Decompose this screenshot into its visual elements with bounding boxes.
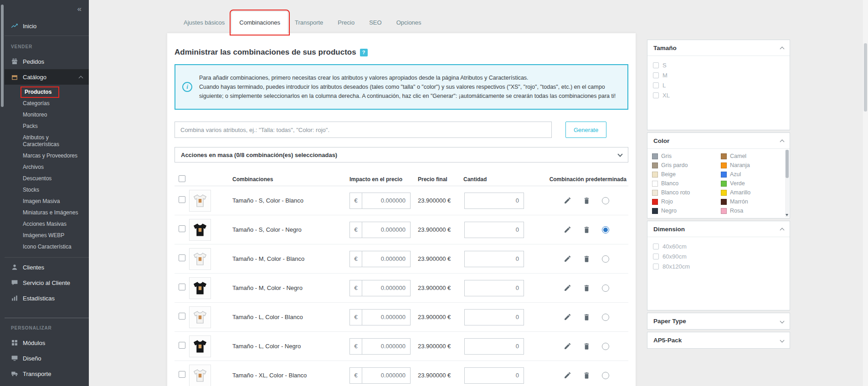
- color-option-azul[interactable]: Azul: [721, 170, 781, 179]
- price-impact-input[interactable]: [362, 280, 411, 296]
- attribute-option-l[interactable]: L: [653, 80, 784, 90]
- attribute-group-header[interactable]: Paper Type: [647, 313, 790, 329]
- quantity-input[interactable]: [464, 280, 524, 296]
- edit-button[interactable]: [564, 313, 572, 321]
- sidebar-item-monitoreo[interactable]: Monitoreo: [5, 109, 89, 121]
- sidebar-item-estadisticas[interactable]: Estadísticas: [5, 290, 89, 306]
- color-option-gris[interactable]: Gris: [652, 152, 720, 161]
- sidebar-item-atributos[interactable]: Atributos y Características: [5, 132, 89, 150]
- row-checkbox[interactable]: [179, 284, 185, 290]
- quantity-input[interactable]: [464, 309, 524, 325]
- attribute-group-header[interactable]: Tamaño: [647, 40, 790, 56]
- checkbox[interactable]: [653, 82, 659, 88]
- color-option-marron[interactable]: Marrón: [721, 197, 781, 206]
- default-combination-radio[interactable]: [602, 284, 609, 292]
- default-combination-radio[interactable]: [602, 255, 609, 263]
- sidebar-item-archivos[interactable]: Archivos: [5, 162, 89, 173]
- delete-button[interactable]: [583, 284, 591, 292]
- row-checkbox[interactable]: [179, 371, 185, 378]
- select-all-checkbox[interactable]: [179, 175, 185, 182]
- checkbox[interactable]: [653, 92, 659, 98]
- edit-button[interactable]: [564, 284, 572, 292]
- delete-button[interactable]: [583, 313, 591, 321]
- tab-transporte[interactable]: Transporte: [288, 12, 330, 33]
- sidebar-item-inicio[interactable]: Inicio: [5, 18, 89, 34]
- tab-precio[interactable]: Precio: [330, 12, 362, 33]
- sidebar-item-catalogo[interactable]: Catálogo: [5, 69, 89, 85]
- color-option-naranja[interactable]: Naranja: [721, 161, 781, 170]
- edit-button[interactable]: [564, 342, 572, 350]
- attribute-option-40x60[interactable]: 40x60cm: [653, 241, 784, 251]
- scroll-down-arrow-icon[interactable]: [786, 214, 788, 216]
- sidebar-item-marcas[interactable]: Marcas y Proveedores: [5, 150, 89, 162]
- sidebar-item-pedidos[interactable]: Pedidos: [5, 54, 89, 69]
- attribute-option-80x120[interactable]: 80x120cm: [653, 261, 784, 271]
- checkbox[interactable]: [653, 72, 659, 78]
- color-scrollbar[interactable]: [785, 150, 789, 217]
- generate-button[interactable]: Generate: [565, 122, 606, 138]
- delete-button[interactable]: [583, 371, 591, 380]
- sidebar-item-icono-caracteristica[interactable]: Icono Característica: [5, 241, 89, 253]
- sidebar-item-miniaturas[interactable]: Miniaturas e Imágenes: [5, 207, 89, 218]
- delete-button[interactable]: [583, 226, 591, 234]
- row-checkbox[interactable]: [179, 225, 185, 232]
- sidebar-item-acciones-masivas[interactable]: Acciones Masivas: [5, 218, 89, 230]
- color-option-gris-pardo[interactable]: Gris pardo: [652, 161, 720, 170]
- price-impact-input[interactable]: [362, 367, 411, 384]
- quantity-input[interactable]: [464, 193, 524, 209]
- sidebar-item-clientes[interactable]: Clientes: [5, 259, 89, 275]
- default-combination-radio[interactable]: [602, 314, 609, 321]
- sidebar-item-packs[interactable]: Packs: [5, 121, 89, 132]
- sidebar-item-descuentos[interactable]: Descuentos: [5, 173, 89, 184]
- sidebar-item-transporte[interactable]: Transporte: [5, 366, 89, 381]
- default-combination-radio[interactable]: [602, 343, 609, 350]
- sidebar-item-productos[interactable]: Productos: [5, 86, 89, 98]
- default-combination-radio[interactable]: [602, 226, 609, 234]
- sidebar-item-modulos[interactable]: Módulos: [5, 335, 89, 350]
- sidebar-collapse-button[interactable]: «: [5, 0, 89, 18]
- price-impact-input[interactable]: [362, 309, 411, 325]
- color-option-blanco[interactable]: Blanco: [652, 179, 720, 188]
- attribute-option-xl[interactable]: XL: [653, 90, 784, 100]
- row-checkbox[interactable]: [179, 313, 185, 320]
- quantity-input[interactable]: [464, 367, 524, 384]
- tab-seo[interactable]: SEO: [362, 12, 389, 33]
- color-option-amarillo[interactable]: Amarillo: [721, 188, 781, 197]
- row-checkbox[interactable]: [179, 342, 185, 349]
- default-combination-radio[interactable]: [602, 197, 609, 204]
- scrollbar-thumb[interactable]: [864, 43, 867, 112]
- quantity-input[interactable]: [464, 222, 524, 238]
- color-option-negro[interactable]: Negro: [652, 206, 720, 215]
- attribute-group-header[interactable]: Dimension: [647, 221, 790, 237]
- quantity-input[interactable]: [464, 338, 524, 355]
- price-impact-input[interactable]: [362, 193, 411, 209]
- attribute-option-m[interactable]: M: [653, 70, 784, 80]
- color-option-blanco-roto[interactable]: Blanco roto: [652, 188, 720, 197]
- color-option-rojo[interactable]: Rojo: [652, 197, 720, 206]
- tab-opciones[interactable]: Opciones: [389, 12, 429, 33]
- tab-ajustes-basicos[interactable]: Ajustes básicos: [176, 12, 232, 33]
- bulk-actions-bar[interactable]: Acciones en masa (0/8 combinación(es) se…: [175, 147, 628, 163]
- sidebar-item-servicio-cliente[interactable]: Servicio al Cliente: [5, 275, 89, 290]
- combinations-attribute-input[interactable]: [175, 122, 552, 138]
- delete-button[interactable]: [583, 255, 591, 263]
- price-impact-input[interactable]: [362, 222, 411, 238]
- price-impact-input[interactable]: [362, 251, 411, 267]
- row-checkbox[interactable]: [179, 196, 185, 203]
- color-option-verde[interactable]: Verde: [721, 179, 781, 188]
- sidebar-scrollbar[interactable]: [0, 0, 5, 386]
- scrollbar-thumb[interactable]: [1, 5, 4, 107]
- scrollbar-thumb[interactable]: [786, 150, 789, 178]
- row-checkbox[interactable]: [179, 254, 185, 261]
- attribute-option-s[interactable]: S: [653, 60, 784, 70]
- delete-button[interactable]: [583, 342, 591, 350]
- edit-button[interactable]: [564, 255, 572, 263]
- attribute-group-header[interactable]: AP5-Pack: [647, 332, 790, 348]
- checkbox[interactable]: [653, 254, 659, 259]
- sidebar-item-diseno[interactable]: Diseño: [5, 350, 89, 366]
- color-option-camel[interactable]: Camel: [721, 152, 781, 161]
- delete-button[interactable]: [583, 197, 591, 205]
- sidebar-item-stocks[interactable]: Stocks: [5, 184, 89, 196]
- price-impact-input[interactable]: [362, 338, 411, 355]
- tab-combinaciones[interactable]: Combinaciones: [232, 12, 288, 33]
